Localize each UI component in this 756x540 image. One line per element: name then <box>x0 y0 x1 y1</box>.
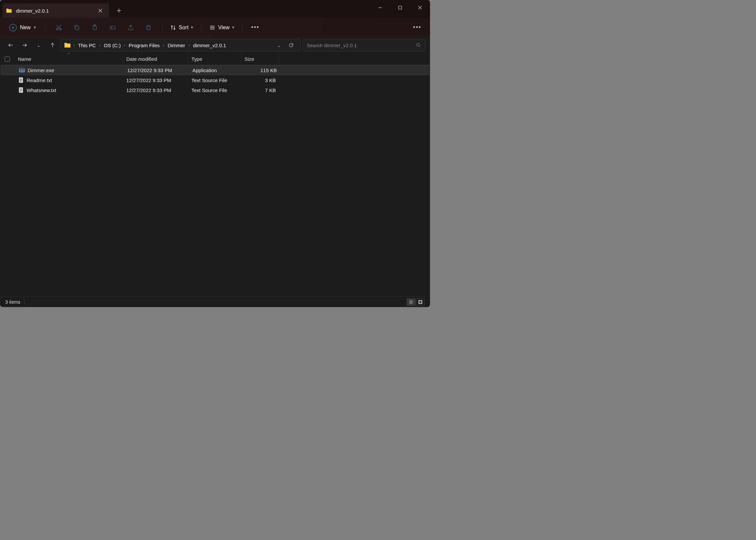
column-header-date[interactable]: Date modified <box>123 53 188 65</box>
tab-active[interactable]: dimmer_v2.0.1 <box>3 3 109 18</box>
file-date: 12/27/2022 9:33 PM <box>123 77 188 83</box>
forward-button[interactable] <box>19 39 31 51</box>
thumbnails-view-toggle[interactable] <box>416 298 425 306</box>
recent-button[interactable]: ⌄ <box>33 39 45 51</box>
new-button[interactable]: + New ▾ <box>5 22 40 33</box>
view-label: View <box>218 25 229 31</box>
plus-circle-icon: + <box>9 24 17 31</box>
copy-icon <box>73 24 80 31</box>
view-button[interactable]: View ▾ <box>207 23 237 33</box>
new-label: New <box>20 25 31 31</box>
divider <box>201 23 201 32</box>
share-button[interactable] <box>123 21 139 34</box>
new-tab-button[interactable] <box>112 3 126 18</box>
svg-rect-6 <box>110 26 115 29</box>
more-right-button[interactable]: ••• <box>410 24 425 31</box>
tabs-area: dimmer_v2.0.1 <box>0 0 370 18</box>
svg-rect-0 <box>399 6 402 9</box>
file-explorer-window: dimmer_v2.0.1 + New ▾ <box>0 0 430 307</box>
divider <box>242 23 243 32</box>
copy-button[interactable] <box>69 21 85 34</box>
svg-rect-3 <box>76 26 79 30</box>
svg-point-2 <box>60 28 62 30</box>
sort-button[interactable]: Sort ▾ <box>168 23 196 33</box>
file-name: Readme.txt <box>27 77 52 83</box>
minimize-icon <box>378 6 382 10</box>
file-type: Application <box>189 68 242 73</box>
refresh-button[interactable] <box>286 40 297 50</box>
file-row[interactable]: Whatsnew.txt12/27/2022 9:33 PMText Sourc… <box>0 85 430 95</box>
breadcrumb-item[interactable]: OS (C:) <box>102 41 123 50</box>
plus-icon <box>117 8 121 13</box>
breadcrumb-separator: › <box>123 43 126 48</box>
rename-button[interactable] <box>105 21 121 34</box>
minimize-button[interactable] <box>370 0 390 15</box>
arrow-left-icon <box>8 42 14 48</box>
column-headers: ⌃ Name Date modified Type Size <box>0 53 430 65</box>
status-bar: 3 items <box>0 296 430 307</box>
svg-rect-9 <box>19 68 25 69</box>
close-window-button[interactable] <box>410 0 430 15</box>
refresh-icon <box>289 43 294 48</box>
breadcrumb-item[interactable]: Dimmer <box>166 41 188 50</box>
file-name: Dimmer.exe <box>28 68 54 73</box>
breadcrumb-item[interactable]: dimmer_v2.0.1 <box>191 41 228 50</box>
search-input[interactable] <box>307 43 416 48</box>
search-icon <box>416 43 421 48</box>
share-icon <box>127 24 134 31</box>
chevron-down-icon: ⌄ <box>37 43 41 48</box>
folder-icon <box>6 8 12 13</box>
close-icon <box>98 9 102 13</box>
file-size: 3 KB <box>241 77 279 83</box>
up-button[interactable] <box>47 39 59 51</box>
trash-icon <box>145 24 152 31</box>
search-box[interactable] <box>303 39 425 52</box>
view-toggles <box>407 298 425 306</box>
scissors-icon <box>56 24 62 31</box>
address-bar[interactable]: › This PC › OS (C:) › Program Files › Di… <box>61 39 301 52</box>
file-list: ⌃ Name Date modified Type Size Dimmer.ex… <box>0 53 430 296</box>
svg-point-7 <box>417 44 419 46</box>
file-type: Text Source File <box>188 77 241 83</box>
svg-rect-21 <box>419 301 422 303</box>
maximize-button[interactable] <box>390 0 410 15</box>
sort-indicator-icon: ⌃ <box>67 53 70 56</box>
sort-label: Sort <box>179 25 189 31</box>
chevron-down-icon: ▾ <box>232 25 234 30</box>
column-header-type[interactable]: Type <box>188 53 241 65</box>
item-count: 3 items <box>5 299 20 305</box>
file-date: 12/27/2022 9:33 PM <box>123 87 188 93</box>
column-header-size[interactable]: Size <box>241 53 279 65</box>
tab-close-button[interactable] <box>96 7 104 15</box>
file-size: 115 KB <box>242 68 280 73</box>
breadcrumb-separator: › <box>73 43 75 48</box>
address-history-button[interactable]: ⌄ <box>274 40 285 50</box>
back-button[interactable] <box>5 39 17 51</box>
file-row[interactable]: Dimmer.exe12/27/2022 9:33 PMApplication1… <box>1 65 429 75</box>
details-view-toggle[interactable] <box>407 298 415 306</box>
file-name: Whatsnew.txt <box>27 87 56 93</box>
tab-title: dimmer_v2.0.1 <box>16 8 92 14</box>
column-header-name[interactable]: ⌃ Name <box>15 53 123 65</box>
breadcrumb-separator: › <box>188 43 190 48</box>
file-rows: Dimmer.exe12/27/2022 9:33 PMApplication1… <box>0 65 430 95</box>
titlebar: dimmer_v2.0.1 <box>0 0 430 18</box>
cut-button[interactable] <box>51 21 67 34</box>
list-icon <box>409 300 413 304</box>
delete-button[interactable] <box>141 21 157 34</box>
status-separator <box>24 299 25 305</box>
window-controls <box>370 0 430 18</box>
navbar: ⌄ › This PC › OS (C:) › Program Files › … <box>0 37 430 53</box>
paste-button[interactable] <box>87 21 103 34</box>
select-all-checkbox[interactable] <box>0 53 15 65</box>
more-toolbar-button[interactable]: ••• <box>248 24 263 31</box>
divider <box>45 23 46 32</box>
grid-icon <box>418 300 423 304</box>
breadcrumb-item[interactable]: Program Files <box>127 41 162 50</box>
chevron-down-icon: ▾ <box>34 25 36 30</box>
breadcrumb-separator: › <box>98 43 101 48</box>
file-row[interactable]: Readme.txt12/27/2022 9:33 PMText Source … <box>0 75 430 85</box>
breadcrumb-item[interactable]: This PC <box>76 41 98 50</box>
arrow-right-icon <box>22 42 28 48</box>
close-icon <box>418 6 422 10</box>
